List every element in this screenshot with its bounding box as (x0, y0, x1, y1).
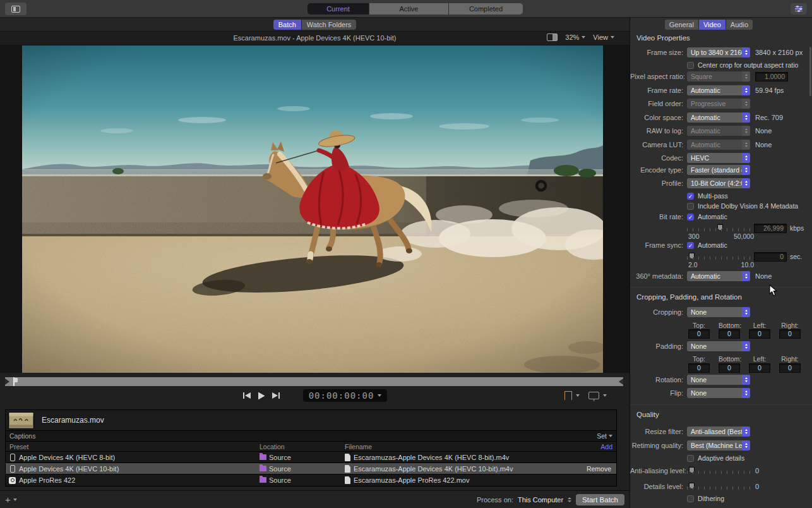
center-crop-checkbox[interactable] (687, 62, 694, 69)
pad-bottom-field[interactable]: 0 (719, 363, 740, 373)
bit-rate-auto-checkbox[interactable]: ✓ (687, 214, 694, 221)
bit-rate-min: 300 (688, 233, 700, 240)
tab-audio[interactable]: Audio (726, 20, 753, 30)
chevron-down-icon[interactable] (603, 394, 607, 397)
flip-label: Flip: (630, 389, 687, 397)
table-row-selected[interactable]: Apple Devices 4K (HEVC 10-bit) Source Es… (6, 463, 616, 475)
dolby-vision-checkbox[interactable] (687, 203, 694, 210)
rotation-popup[interactable]: None (687, 375, 750, 385)
compressor-window: { "toolbar": { "segments": [ {"label": "… (0, 0, 812, 508)
dithering-row: Dithering (630, 493, 812, 504)
add-output-link[interactable]: Add (600, 443, 612, 451)
codec-popup[interactable]: HEVC (687, 153, 750, 163)
dithering-checkbox[interactable] (687, 495, 694, 502)
transport-controls: 00:00:00:00 (0, 387, 630, 404)
table-row[interactable]: Apple Devices 4K (HEVC 8-bit) Source Esc… (6, 452, 616, 463)
tab-completed[interactable]: Completed (449, 3, 523, 15)
padding-popup[interactable]: None (687, 341, 750, 351)
marker-bookmark-icon[interactable] (564, 391, 572, 401)
crop-right-field[interactable]: 0 (779, 329, 801, 339)
encoder-type-popup[interactable]: Faster (standard qua... (687, 165, 750, 175)
raw-to-log-popup: Automatic (687, 126, 750, 136)
previous-frame-button[interactable] (242, 392, 251, 399)
field-order-label: Field order: (630, 100, 687, 107)
chevron-down-icon[interactable] (576, 394, 580, 397)
inspector-toggle-button[interactable] (791, 3, 807, 15)
play-button[interactable] (258, 392, 265, 400)
split-compare-icon[interactable] (547, 33, 558, 41)
popup-stepper-icon (742, 440, 750, 451)
anti-aliasing-slider[interactable] (687, 467, 750, 475)
profile-row: Profile: 10-Bit Color (4:2:0) (630, 178, 812, 188)
popup-stepper-icon (742, 341, 750, 351)
process-on-label: Process on: (477, 496, 513, 504)
video-frame[interactable] (22, 45, 603, 373)
pixel-aspect-label: Pixel aspect ratio: (630, 73, 687, 80)
tab-current[interactable]: Current (307, 3, 369, 15)
remove-output-button[interactable]: Remove (587, 465, 611, 473)
preview-pane-toggle-button[interactable] (5, 3, 27, 15)
tab-batch[interactable]: Batch (273, 20, 301, 30)
output-filename: Escaramuzas-Apple Devices 4K (HEVC 10-bi… (354, 465, 513, 473)
dolby-vision-row: Include Dolby Vision 8.4 Metadata (630, 201, 812, 211)
zoom-level-dropdown[interactable]: 32% (565, 33, 585, 41)
location-value: Source (269, 465, 291, 473)
captions-set-dropdown[interactable]: Set (597, 432, 612, 440)
next-frame-button[interactable] (272, 392, 280, 399)
timeline-scrubber[interactable] (0, 377, 630, 386)
frame-size-row: Frame size: Up to 3840 x 2160 3840 x 216… (630, 47, 812, 57)
table-row[interactable]: Apple ProRes 422 Source Escaramuzas-Appl… (6, 475, 616, 486)
out-point-marker-icon[interactable] (619, 378, 623, 385)
flip-popup[interactable]: None (687, 388, 750, 398)
frame-sync-auto-label: Automatic (698, 241, 727, 249)
frame-sync-auto-checkbox[interactable]: ✓ (687, 242, 694, 249)
view-dropdown[interactable]: View (593, 33, 614, 41)
popup-stepper-icon (742, 178, 750, 188)
plus-icon: + (5, 494, 11, 505)
device-preset-icon (10, 454, 15, 461)
process-on-stepper-icon[interactable] (568, 497, 571, 502)
crop-top-field[interactable]: 0 (688, 329, 710, 339)
padding-row: Padding: None (630, 341, 812, 351)
frame-size-popup[interactable]: Up to 3840 x 2160 (687, 47, 750, 57)
adaptive-details-checkbox[interactable] (687, 455, 694, 462)
profile-popup[interactable]: 10-Bit Color (4:2:0) (687, 178, 750, 188)
metadata-360-popup[interactable]: Automatic (687, 271, 750, 281)
external-display-icon[interactable] (588, 392, 599, 399)
tab-general[interactable]: General (665, 20, 699, 30)
popup-stepper-icon (742, 140, 750, 150)
details-level-slider[interactable] (687, 483, 750, 490)
add-job-button[interactable]: + (5, 494, 17, 505)
file-icon (345, 454, 350, 461)
tab-video[interactable]: Video (699, 20, 726, 30)
tab-active[interactable]: Active (369, 3, 449, 15)
preset-table-header: Preset Location Filename Add (6, 442, 616, 452)
multi-pass-checkbox[interactable]: ✓ (687, 193, 694, 200)
popup-stepper-icon (742, 126, 750, 136)
crop-left-field[interactable]: 0 (749, 329, 770, 339)
frame-rate-popup[interactable]: Automatic (687, 85, 750, 95)
tab-watch-folders[interactable]: Watch Folders (302, 20, 357, 30)
frame-sync-row: Frame sync: ✓ Automatic (630, 240, 812, 250)
start-batch-button[interactable]: Start Batch (576, 494, 624, 505)
captions-row[interactable]: Captions Set (6, 431, 616, 442)
source-media-row[interactable]: Escaramuzas.mov (6, 410, 616, 431)
pad-right-field[interactable]: 0 (779, 363, 801, 373)
process-on-value[interactable]: This Computer (518, 496, 563, 504)
source-thumbnail (8, 412, 34, 429)
timeline-track[interactable] (5, 377, 623, 386)
preset-name: Apple Devices 4K (HEVC 10-bit) (19, 465, 119, 473)
resize-filter-popup[interactable]: Anti-aliased (Best) (687, 426, 750, 437)
playhead[interactable] (13, 377, 15, 386)
in-point-marker-icon[interactable] (5, 378, 9, 385)
cropping-popup[interactable]: None (687, 307, 750, 317)
pad-top-field[interactable]: 0 (688, 363, 710, 373)
pad-left-field[interactable]: 0 (749, 363, 770, 373)
frame-rate-label: Frame rate: (630, 87, 687, 94)
timecode-display[interactable]: 00:00:00:00 (303, 389, 388, 402)
retiming-quality-popup[interactable]: Best (Machine Learni... (687, 440, 750, 451)
color-space-popup[interactable]: Automatic (687, 112, 750, 123)
anti-aliasing-level-row: Anti-aliasing level: 0 (630, 466, 812, 476)
resize-filter-label: Resize filter: (630, 428, 687, 435)
crop-bottom-field[interactable]: 0 (719, 329, 740, 339)
